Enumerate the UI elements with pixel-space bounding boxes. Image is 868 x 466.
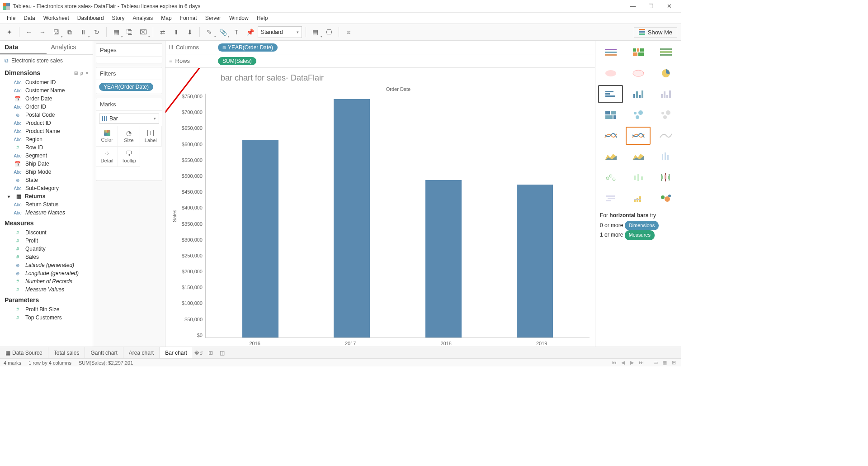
sheet-tab-area[interactable]: Area chart: [123, 347, 160, 358]
filter-pill-year[interactable]: YEAR(Order Date): [99, 83, 153, 91]
tab-analytics[interactable]: Analytics: [47, 41, 93, 54]
field-ship-mode[interactable]: AbcShip Mode: [0, 168, 93, 176]
nav-prev-icon[interactable]: ◀: [619, 360, 627, 366]
field-region[interactable]: AbcRegion: [0, 135, 93, 143]
marks-type-select[interactable]: Bar: [99, 114, 159, 124]
showme-chart-type-10[interactable]: [626, 106, 651, 124]
bar-2019[interactable]: [517, 185, 553, 338]
field-return-status[interactable]: AbcReturn Status: [0, 200, 93, 209]
field-measure-values[interactable]: #Measure Values: [0, 285, 93, 294]
field-sales[interactable]: #Sales: [0, 253, 93, 261]
pin-button[interactable]: 📌: [244, 26, 256, 38]
nav-first-icon[interactable]: ⏮: [610, 360, 618, 366]
close-button[interactable]: ✕: [660, 0, 678, 13]
bar-2018[interactable]: [425, 180, 462, 338]
field-profit[interactable]: #Profit: [0, 237, 93, 245]
group-button[interactable]: 📎: [217, 26, 229, 38]
tab-data[interactable]: Data: [0, 41, 47, 54]
showme-chart-type-1[interactable]: [626, 43, 651, 62]
menu-story[interactable]: Story: [108, 14, 129, 23]
sort-asc-button[interactable]: ⬆: [170, 26, 182, 38]
showme-chart-type-3[interactable]: [598, 64, 623, 82]
field-product-id[interactable]: AbcProduct ID: [0, 119, 93, 127]
chart-plot[interactable]: [205, 94, 590, 338]
showme-chart-type-23[interactable]: [653, 189, 678, 207]
search-icon[interactable]: ρ: [80, 71, 83, 76]
view-toggle-icon[interactable]: ⊞: [74, 71, 78, 76]
showme-chart-type-8[interactable]: [653, 85, 678, 103]
view-filmstrip-icon[interactable]: ▦: [661, 360, 668, 366]
field-longitude-generated-[interactable]: ⊕Longitude (generated): [0, 269, 93, 277]
show-me-button[interactable]: Show Me: [634, 27, 677, 38]
field-state[interactable]: ⊕State: [0, 176, 93, 184]
showme-chart-type-5[interactable]: [653, 64, 678, 82]
redo-button[interactable]: →: [37, 26, 48, 38]
swap-button[interactable]: ⇄: [157, 26, 169, 38]
labels-button[interactable]: T: [231, 26, 242, 38]
field-latitude-generated-[interactable]: ⊕Latitude (generated): [0, 261, 93, 269]
duplicate-button[interactable]: ⿻: [124, 26, 136, 38]
new-worksheet-button[interactable]: ▦: [110, 26, 122, 38]
bar-2017[interactable]: [334, 99, 370, 338]
field-profit-bin-size[interactable]: #Profit Bin Size: [0, 305, 93, 314]
menu-help[interactable]: Help: [253, 14, 272, 23]
marks-color-button[interactable]: Color: [96, 126, 118, 147]
pages-card[interactable]: Pages: [96, 43, 162, 63]
menu-data[interactable]: Data: [19, 14, 39, 23]
nav-last-icon[interactable]: ⏭: [637, 360, 645, 366]
sheet-title[interactable]: bar chart for sales- DataFlair: [171, 71, 590, 86]
showme-chart-type-13[interactable]: [626, 127, 651, 145]
sheet-tab-bar[interactable]: Bar chart: [160, 347, 193, 358]
fit-select[interactable]: Standard: [258, 26, 302, 38]
showme-chart-type-7[interactable]: [626, 85, 651, 103]
field-number-of-records[interactable]: #Number of Records: [0, 277, 93, 285]
field-ship-date[interactable]: 📅Ship Date: [0, 160, 93, 168]
view-grid-icon[interactable]: ⊞: [670, 360, 677, 366]
save-button[interactable]: 🖫: [50, 26, 62, 38]
pause-button[interactable]: ⏸: [77, 26, 89, 38]
marks-label-button[interactable]: 🅃Label: [140, 126, 162, 147]
rows-shelf[interactable]: ≡Rows SUM(Sales): [165, 54, 595, 68]
field-order-date[interactable]: 📅Order Date: [0, 95, 93, 103]
bar-2016[interactable]: [242, 140, 278, 338]
tableau-icon[interactable]: ✦: [4, 26, 15, 38]
menu-dashboard[interactable]: Dashboard: [73, 14, 108, 23]
menu-icon[interactable]: ▾: [86, 71, 88, 76]
nav-next-icon[interactable]: ▶: [628, 360, 636, 366]
showme-chart-type-6[interactable]: [598, 85, 623, 103]
sheet-tab-total-sales[interactable]: Total sales: [48, 347, 85, 358]
menu-window[interactable]: Window: [225, 14, 253, 23]
data-source-tab[interactable]: ▦Data Source: [0, 347, 48, 358]
field-order-id[interactable]: AbcOrder ID: [0, 103, 93, 111]
showme-chart-type-21[interactable]: [598, 189, 623, 207]
data-source-item[interactable]: ⧉ Electronic store sales: [0, 55, 93, 67]
field-customer-name[interactable]: AbcCustomer Name: [0, 86, 93, 95]
new-worksheet-icon[interactable]: �൦: [193, 347, 205, 358]
menu-map[interactable]: Map: [157, 14, 175, 23]
showme-chart-type-11[interactable]: [653, 106, 678, 124]
showme-chart-type-12[interactable]: [598, 127, 623, 145]
new-datasource-button[interactable]: ⧉: [64, 26, 75, 38]
filters-card[interactable]: Filters YEAR(Order Date): [96, 67, 162, 94]
showme-chart-type-17[interactable]: [653, 147, 678, 166]
sheet-tab-gantt[interactable]: Gantt chart: [85, 347, 123, 358]
showme-chart-type-9[interactable]: [598, 106, 623, 124]
field-row-id[interactable]: #Row ID: [0, 143, 93, 152]
marks-detail-button[interactable]: ⁘Detail: [96, 146, 118, 167]
showme-chart-type-20[interactable]: [653, 168, 678, 186]
menu-format[interactable]: Format: [176, 14, 201, 23]
new-dashboard-icon[interactable]: ⊞: [205, 347, 217, 358]
field-top-customers[interactable]: #Top Customers: [0, 314, 93, 322]
showme-chart-type-0[interactable]: [598, 43, 623, 62]
marks-tooltip-button[interactable]: 🗨Tooltip: [118, 146, 140, 167]
view-tabs-icon[interactable]: ▭: [652, 360, 659, 366]
field-segment[interactable]: AbcSegment: [0, 152, 93, 160]
new-story-icon[interactable]: ◫: [217, 347, 228, 358]
showme-chart-type-2[interactable]: [653, 43, 678, 62]
menu-server[interactable]: Server: [201, 14, 225, 23]
field-product-name[interactable]: AbcProduct Name: [0, 127, 93, 135]
sort-desc-button[interactable]: ⬇: [184, 26, 196, 38]
showme-chart-type-16[interactable]: [626, 147, 651, 166]
columns-pill-year[interactable]: ⊞YEAR(Order Date): [218, 43, 278, 52]
showme-chart-type-14[interactable]: [653, 127, 678, 145]
